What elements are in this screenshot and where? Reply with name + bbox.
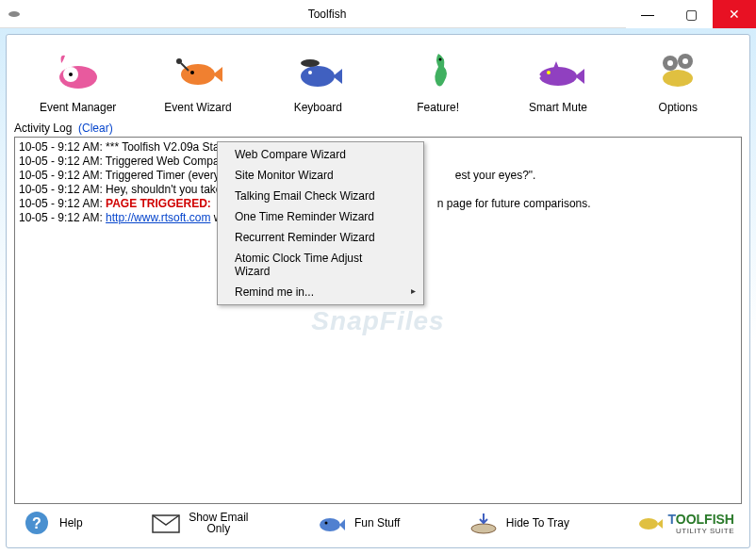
svg-point-6 [176,58,182,64]
svg-text:?: ? [32,515,41,531]
bottom-toolbar: ? Help Show Email Only Fun Stuff [14,504,742,540]
toolfish-logo: TOOLFISH UTILITY SUITE [637,511,734,535]
svg-point-13 [663,70,693,87]
orange-fish-icon [172,44,224,97]
shark-icon [532,44,584,97]
minimize-button[interactable]: — [626,0,669,28]
button-label: Help [59,516,83,530]
app-window: Toolfish — ▢ ✕ Event Manager Event [0,0,756,554]
window-title: Toolfish [28,8,626,21]
feature-button[interactable]: Feature! [382,44,495,114]
button-label: Fun Stuff [354,516,400,530]
blue-fish-icon [291,44,344,97]
close-button[interactable]: ✕ [713,0,756,28]
svg-point-0 [8,11,20,17]
toolbar-label: Options [659,101,698,114]
svg-point-16 [667,60,673,66]
logo-subtitle: UTILITY SUITE [667,527,734,535]
svg-point-8 [301,59,320,67]
svg-point-12 [547,71,551,74]
menu-remind-me-in[interactable]: Remind me in... [218,282,423,302]
toolbar-label: Smart Mute [529,101,587,114]
keyboard-button[interactable]: Keyboard [261,44,374,114]
toolbar-label: Event Manager [40,101,116,114]
gear-fish-icon [651,44,704,97]
content-area: Event Manager Event Wizard Keyboard [0,28,756,554]
fun-stuff-button[interactable]: Fun Stuff [317,510,400,536]
svg-point-10 [438,58,441,61]
smart-mute-button[interactable]: Smart Mute [501,44,615,114]
menu-talking-email-wizard[interactable]: Talking Email Check Wizard [218,186,423,206]
main-toolbar: Event Manager Event Wizard Keyboard [14,39,742,116]
watermark: SnapFiles [311,314,444,328]
envelope-icon [151,510,181,536]
toolbar-label: Feature! [417,101,459,114]
app-icon [0,7,28,22]
event-manager-button[interactable]: Event Manager [22,44,135,114]
menu-recurrent-reminder-wizard[interactable]: Recurrent Reminder Wizard [218,227,423,248]
help-button[interactable]: ? Help [22,510,83,536]
menu-web-compare-wizard[interactable]: Web Compare Wizard [218,144,423,165]
tray-icon [468,510,499,536]
svg-point-5 [190,71,194,74]
event-wizard-button[interactable]: Event Wizard [141,44,255,114]
logo-fish-icon [637,511,664,535]
button-label: Show Email Only [189,512,248,534]
logo-text: TOOLFISH [667,512,734,527]
button-label: Hide To Tray [506,516,569,530]
hide-to-tray-button[interactable]: Hide To Tray [468,510,569,536]
whale-icon [52,44,105,97]
titlebar: Toolfish — ▢ ✕ [0,0,756,28]
window-controls: — ▢ ✕ [626,0,756,28]
svg-point-21 [320,518,340,531]
seahorse-icon [412,44,465,97]
fun-fish-icon [317,510,347,536]
menu-site-monitor-wizard[interactable]: Site Monitor Wizard [218,165,423,186]
url-link[interactable]: http://www.rtsoft.com [106,211,210,224]
help-icon: ? [22,510,52,536]
svg-point-24 [639,518,658,530]
wizard-context-menu: Web Compare Wizard Site Monitor Wizard T… [217,141,424,305]
svg-point-23 [471,524,496,533]
options-button[interactable]: Options [621,44,734,114]
toolbar-label: Keyboard [294,101,342,114]
show-email-only-button[interactable]: Show Email Only [151,510,248,536]
svg-point-3 [69,73,73,76]
menu-one-time-reminder-wizard[interactable]: One Time Reminder Wizard [218,206,423,227]
toolbar-label: Event Wizard [164,101,231,114]
svg-point-22 [324,522,327,525]
maximize-button[interactable]: ▢ [669,0,713,28]
svg-point-9 [308,71,312,74]
clear-log-link[interactable]: (Clear) [78,122,113,135]
svg-point-17 [682,58,688,64]
svg-point-7 [301,66,335,87]
menu-atomic-clock-wizard[interactable]: Atomic Clock Time Adjust Wizard [218,248,423,282]
log-header: Activity Log (Clear) [14,122,742,135]
log-label: Activity Log [14,122,72,135]
